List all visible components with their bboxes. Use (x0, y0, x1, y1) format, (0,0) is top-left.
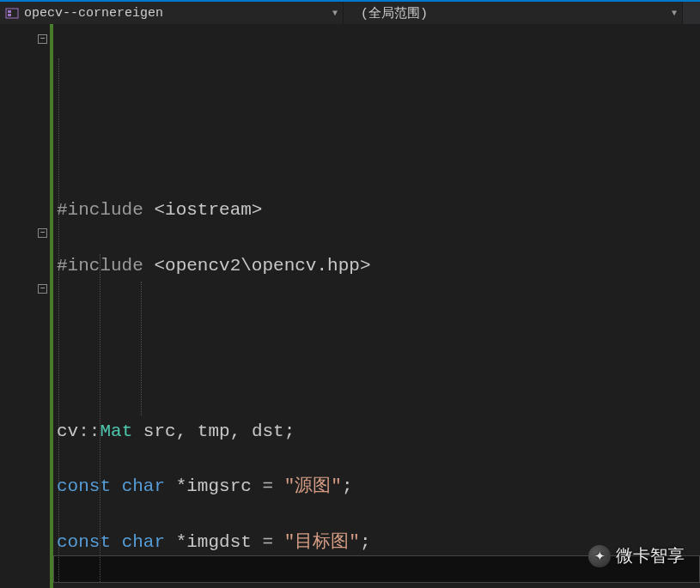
project-icon (5, 6, 19, 20)
svg-rect-0 (6, 9, 18, 18)
keyword: const (57, 476, 111, 496)
string-literal: "目标图" (284, 532, 360, 552)
preprocessor: #include (57, 200, 143, 220)
keyword: char (122, 532, 165, 552)
fold-toggle[interactable]: − (38, 284, 47, 294)
keyword: const (57, 532, 111, 552)
namespace: cv (57, 421, 78, 441)
dropdown-icon: ▼ (672, 9, 677, 18)
document-name: opecv--cornereigen (24, 6, 163, 21)
identifiers: src, tmp, dst (143, 421, 284, 441)
keyword: char (122, 476, 165, 496)
dropdown-icon: ▼ (332, 9, 338, 18)
type: Mat (100, 421, 132, 441)
watermark-text: 微卡智享 (616, 544, 685, 567)
gutter: − − − (0, 24, 53, 588)
header-name: <opencv2\opencv.hpp> (154, 256, 370, 276)
identifier: *imgdst (176, 532, 252, 552)
document-selector[interactable]: opecv--cornereigen ▼ (0, 2, 344, 24)
svg-rect-1 (8, 10, 11, 13)
fold-toggle[interactable]: − (38, 34, 47, 44)
scope-label: (全局范围) (361, 5, 428, 21)
scope-selector[interactable]: (全局范围) ▼ (344, 2, 683, 24)
header-name: <iostream> (154, 200, 262, 220)
watermark: ✦ 微卡智享 (588, 544, 685, 567)
identifier: *imgsrc (176, 476, 252, 496)
preprocessor: #include (57, 256, 143, 276)
code-editor[interactable]: − − − #include <iostream> #include <open… (0, 24, 700, 588)
code-area[interactable]: #include <iostream> #include <opencv2\op… (53, 24, 700, 588)
fold-toggle[interactable]: − (38, 228, 47, 238)
svg-rect-2 (8, 14, 11, 16)
navigation-bar: opecv--cornereigen ▼ (全局范围) ▼ (0, 0, 700, 24)
string-literal: "源图" (284, 476, 342, 496)
wechat-icon: ✦ (588, 545, 611, 567)
